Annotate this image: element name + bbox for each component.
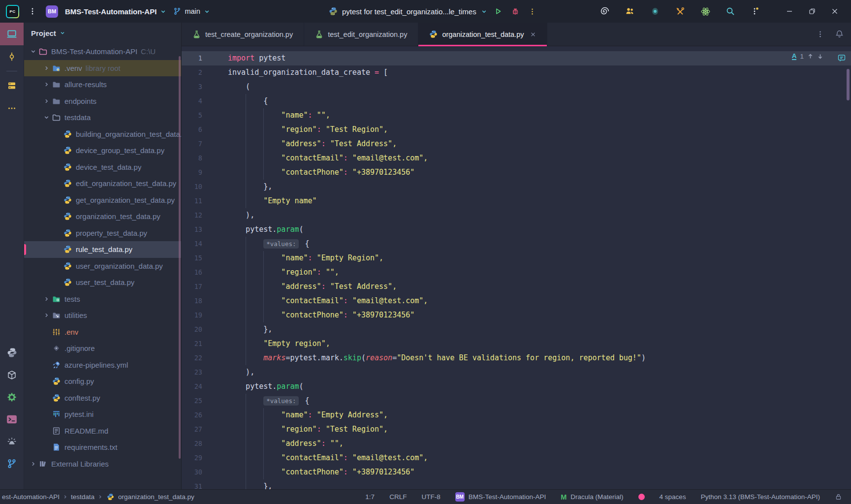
branch-switcher[interactable]: main [173,7,210,15]
code-line-7[interactable]: 7 "address": "Test Address", [182,137,851,151]
tree-item-device-test-data-py[interactable]: device_test_data.py [24,159,181,176]
breadcrumb-project[interactable]: est-Automation-API [2,493,60,501]
tree-item-venv[interactable]: .venvlibrary root [24,60,181,77]
line-number[interactable]: 14 [182,237,212,251]
code-line-18[interactable]: 18 "contactEmail": "email@test.com", [182,294,851,308]
more-tool-windows-button[interactable] [0,97,24,120]
project-scrollbar[interactable] [179,56,181,459]
tab-test-edit-organization-py[interactable]: test_edit_organization.py [304,23,418,46]
line-number[interactable]: 1 [182,51,212,65]
line-number[interactable]: 8 [182,151,212,165]
tree-item-user-test-data-py[interactable]: user_test_data.py [24,274,181,291]
code-line-content[interactable]: "region": "Test Region", [212,123,851,137]
project-panel-header[interactable]: Project [24,23,181,43]
code-line-4[interactable]: 4 { [182,94,851,108]
chevron-right-icon[interactable] [41,312,51,318]
code-editor[interactable]: A 1 1import pytest2invalid_organization_… [182,46,851,489]
code-line-20[interactable]: 20 }, [182,322,851,337]
line-number[interactable]: 17 [182,280,212,294]
tree-item-building-organization-test-data-py[interactable]: building_organization_test_data.py [24,126,181,143]
tool-commit-button[interactable] [0,45,24,68]
project-switcher[interactable]: BMS-Test-Automation-API [65,7,166,16]
line-number[interactable]: 20 [182,322,212,337]
code-line-22[interactable]: 22 marks=pytest.mark.skip(reason="Doesn'… [182,351,851,365]
line-number[interactable]: 12 [182,208,212,222]
line-separator[interactable]: CRLF [389,493,407,501]
code-line-content[interactable]: "name": "Empty Address", [212,408,851,422]
tool-git-button[interactable] [0,452,24,474]
debug-button[interactable] [509,5,522,18]
line-number[interactable]: 4 [182,94,212,108]
lock-icon[interactable] [835,493,842,501]
tab-organization-test-data-py[interactable]: organization_test_data.py [418,23,547,46]
search-icon[interactable] [724,5,737,18]
line-number[interactable]: 9 [182,165,212,180]
tree-item-utilities[interactable]: utilities [24,307,181,324]
code-line-14[interactable]: 14 *values: { [182,237,851,251]
code-line-8[interactable]: 8 "contactEmail": "email@test.com", [182,151,851,165]
code-line-23[interactable]: 23 ), [182,365,851,379]
code-line-content[interactable]: "region": "Test Region", [212,422,851,437]
code-line-content[interactable]: }, [212,322,851,337]
line-number[interactable]: 22 [182,351,212,365]
tree-item-conftest-py[interactable]: conftest.py [24,390,181,407]
minimize-icon[interactable] [778,0,801,23]
code-line-content[interactable]: "contactPhone": "+38970123456" [212,308,851,322]
chevron-right-icon[interactable] [41,65,51,71]
code-line-content[interactable]: "region": "", [212,265,851,280]
code-line-content[interactable]: "contactPhone": "+38970123456" [212,465,851,479]
code-line-3[interactable]: 3 ( [182,80,851,94]
code-line-29[interactable]: 29 "contactEmail": "email@test.com", [182,451,851,465]
code-line-content[interactable]: pytest.param( [212,379,851,394]
code-line-content[interactable]: }, [212,180,851,194]
code-line-10[interactable]: 10 }, [182,180,851,194]
tool-python-packages-button[interactable] [0,342,24,364]
chevron-right-icon[interactable] [41,81,51,88]
code-line-content[interactable]: ( [212,80,851,94]
code-line-content[interactable]: "contactPhone": "+38970123456" [212,165,851,180]
tree-item-pytest-ini[interactable]: pytest.ini [24,406,181,423]
notifications-bell-icon[interactable] [835,30,844,39]
tree-item-azure-pipelines-yml[interactable]: azure-pipelines.yml [24,357,181,374]
code-line-content[interactable]: ), [212,208,851,222]
tab-test-create-organization-py[interactable]: test_create_organization.py [182,23,304,46]
tools-icon[interactable] [674,5,687,18]
code-line-content[interactable]: { [212,94,851,108]
accent-color-dot-icon[interactable] [638,494,645,500]
chevron-down-icon[interactable] [41,114,51,121]
code-line-6[interactable]: 6 "region": "Test Region", [182,123,851,137]
line-number[interactable]: 28 [182,437,212,451]
code-line-content[interactable]: }, [212,479,851,489]
code-line-content[interactable]: "name": "Empty Region", [212,251,851,265]
tree-item-gitignore[interactable]: .gitignore [24,340,181,357]
tree-item-readme-md[interactable]: README.md [24,423,181,440]
code-line-30[interactable]: 30 "contactPhone": "+38970123456" [182,465,851,479]
line-number[interactable]: 5 [182,108,212,123]
tree-item-organization-test-data-py[interactable]: organization_test_data.py [24,208,181,225]
code-line-25[interactable]: 25 *values: { [182,394,851,408]
code-line-15[interactable]: 15 "name": "Empty Region", [182,251,851,265]
code-line-content[interactable]: pytest.param( [212,222,851,237]
tree-item-bms-test-automation-api[interactable]: BMS-Test-Automation-APIC:\U [24,43,181,60]
line-number[interactable]: 10 [182,180,212,194]
code-line-content[interactable]: "contactEmail": "email@test.com", [212,151,851,165]
more-run-options-kebab-icon[interactable] [526,5,539,18]
code-line-content[interactable]: invalid_organization_data_create = [ [212,65,851,80]
code-line-5[interactable]: 5 "name": "", [182,108,851,123]
code-line-28[interactable]: 28 "address": "", [182,437,851,451]
code-line-16[interactable]: 16 "region": "", [182,265,851,280]
tool-terminal-button[interactable] [0,408,24,430]
tree-item-allure-results[interactable]: allure-results [24,76,181,93]
line-number[interactable]: 11 [182,194,212,208]
chevron-right-icon[interactable] [41,296,51,302]
tree-item-device-group-test-data-py[interactable]: device_group_test_data.py [24,142,181,159]
code-line-27[interactable]: 27 "region": "Test Region", [182,422,851,437]
main-menu-kebab-icon[interactable] [26,5,39,18]
code-line-9[interactable]: 9 "contactPhone": "+38970123456" [182,165,851,180]
code-line-12[interactable]: 12 ), [182,208,851,222]
tool-structure-button[interactable] [0,74,24,97]
code-line-content[interactable]: "Empty name" [212,194,851,208]
close-icon[interactable] [823,0,846,23]
python-interpreter[interactable]: Python 3.13 (BMS-Test-Automation-API) [701,493,820,501]
project-badge[interactable]: BM [46,5,58,18]
